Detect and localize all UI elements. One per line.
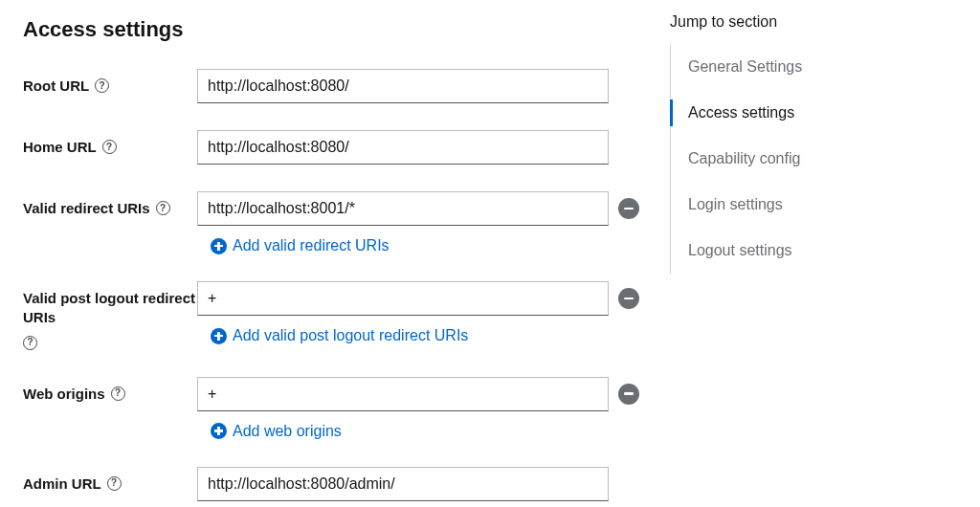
plus-circle-icon — [211, 238, 227, 254]
help-icon[interactable]: ? — [111, 386, 125, 401]
home-url-label: Home URL ? — [23, 130, 197, 157]
jump-to-section-title: Jump to section — [670, 13, 980, 31]
help-icon[interactable]: ? — [156, 201, 170, 215]
add-valid-redirect-label: Add valid redirect URIs — [233, 237, 390, 254]
jump-item-access-settings[interactable]: Access settings — [671, 90, 980, 136]
web-origins-input[interactable] — [197, 377, 609, 411]
valid-redirect-input[interactable] — [197, 191, 609, 226]
section-title: Access settings — [23, 17, 670, 42]
jump-item-capability-config[interactable]: Capability config — [671, 136, 980, 182]
remove-icon[interactable] — [618, 198, 639, 219]
remove-icon[interactable] — [618, 384, 639, 405]
home-url-input[interactable] — [197, 130, 609, 165]
plus-circle-icon — [211, 423, 227, 439]
add-web-origins-label: Add web origins — [233, 423, 342, 440]
admin-url-label: Admin URL ? — [23, 467, 197, 494]
help-icon[interactable]: ? — [107, 476, 122, 491]
jump-nav: General Settings Access settings Capabil… — [670, 44, 980, 274]
add-valid-redirect-button[interactable]: Add valid redirect URIs — [211, 237, 639, 254]
add-web-origins-button[interactable]: Add web origins — [211, 423, 639, 440]
valid-logout-redirect-input[interactable] — [197, 281, 609, 316]
jump-item-general-settings[interactable]: General Settings — [671, 44, 980, 90]
remove-icon[interactable] — [618, 288, 639, 309]
plus-circle-icon — [211, 328, 227, 344]
jump-item-logout-settings[interactable]: Logout settings — [671, 228, 980, 274]
valid-logout-redirect-label: Valid post logout redirect URIs ? — [23, 281, 197, 350]
jump-item-login-settings[interactable]: Login settings — [671, 182, 980, 228]
help-icon[interactable]: ? — [102, 140, 117, 154]
root-url-input[interactable] — [197, 69, 609, 103]
root-url-label: Root URL ? — [23, 69, 197, 96]
help-icon[interactable]: ? — [95, 78, 109, 93]
admin-url-input[interactable] — [197, 467, 609, 501]
help-icon[interactable]: ? — [23, 336, 37, 350]
add-valid-logout-redirect-label: Add valid post logout redirect URIs — [233, 327, 468, 344]
add-valid-logout-redirect-button[interactable]: Add valid post logout redirect URIs — [211, 327, 639, 344]
web-origins-label: Web origins ? — [23, 377, 197, 404]
valid-redirect-label: Valid redirect URIs ? — [23, 191, 197, 218]
